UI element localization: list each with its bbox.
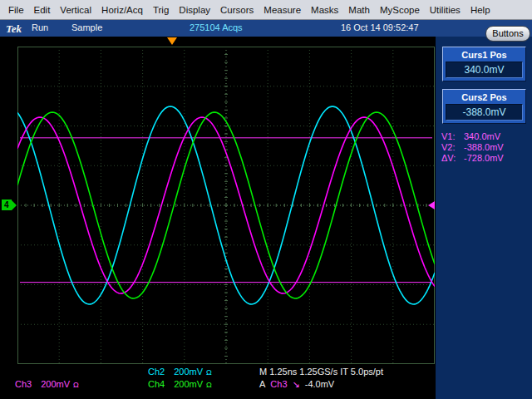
status-bar: Tek Run Sample 275104 Acqs 16 Oct 14 09:… [0, 20, 532, 37]
cursor-voltage-readout: V1:340.0mV V2:-388.0mV ΔV:-728.0mV [441, 131, 532, 164]
ch4-readout[interactable]: Ch4200mVΩ [148, 379, 212, 389]
ch3-readout[interactable]: Ch3200mVΩ [15, 379, 79, 389]
menu-cursors[interactable]: Cursors [215, 2, 259, 17]
acq-count: 275104 Acqs [190, 22, 243, 32]
timebase-readout[interactable]: M 1.25ns 1.25GS/s IT 5.0ps/pt [259, 367, 383, 377]
waveform-graticule [17, 47, 435, 364]
falling-slope-icon: ↘ [293, 379, 300, 389]
acq-mode-status: Sample [71, 22, 102, 32]
coupling-icon: Ω [206, 368, 212, 377]
tek-logo: Tek [6, 22, 22, 36]
curs2-pos-control[interactable]: Curs2 Pos -388.0mV [442, 89, 526, 124]
trigger-readout[interactable]: ACh3↘-4.0mV [259, 379, 334, 390]
control-sidebar: Curs1 Pos 340.0mV Curs2 Pos -388.0mV V1:… [436, 37, 532, 399]
curs1-pos-label: Curs1 Pos [443, 47, 525, 62]
curs2-pos-label: Curs2 Pos [443, 90, 525, 104]
ch2-readout[interactable]: Ch2200mVΩ [148, 367, 212, 377]
trigger-level-marker[interactable] [428, 201, 435, 209]
curs1-pos-control[interactable]: Curs1 Pos 340.0mV [442, 47, 526, 81]
menu-horiz-acq[interactable]: Horiz/Acq [96, 2, 148, 17]
menu-display[interactable]: Display [174, 2, 215, 17]
buttons-button[interactable]: Buttons [485, 26, 530, 42]
menu-bar: File Edit Vertical Horiz/Acq Trig Displa… [0, 0, 532, 20]
menu-trig[interactable]: Trig [148, 2, 174, 17]
trigger-position-marker[interactable] [167, 37, 177, 45]
menu-myscope[interactable]: MyScope [375, 2, 425, 17]
menu-vertical[interactable]: Vertical [55, 2, 96, 17]
menu-math[interactable]: Math [343, 2, 375, 17]
v1-value: 340.0mV [464, 131, 500, 142]
menu-file[interactable]: File [3, 2, 29, 17]
coupling-icon: Ω [206, 381, 212, 389]
right-arrow-icon [12, 200, 17, 210]
dv-value: -728.0mV [464, 153, 504, 164]
datetime: 16 Oct 14 09:52:47 [341, 22, 419, 32]
display-area: 4 Ch2200mVΩ M 1.25ns 1.25GS/s IT 5.0ps/p… [0, 37, 436, 399]
menu-edit[interactable]: Edit [29, 2, 56, 17]
v2-value: -388.0mV [464, 142, 504, 153]
oscilloscope-app: File Edit Vertical Horiz/Acq Trig Displa… [0, 0, 532, 399]
curs1-pos-value[interactable]: 340.0mV [446, 62, 523, 78]
menu-help[interactable]: Help [466, 2, 495, 17]
menu-masks[interactable]: Masks [306, 2, 343, 17]
curs2-pos-value[interactable]: -388.0mV [446, 104, 523, 121]
menu-measure[interactable]: Measure [259, 2, 306, 17]
coupling-icon: Ω [73, 381, 79, 389]
run-status: Run [32, 22, 48, 32]
ch4-ground-marker[interactable]: 4 [2, 200, 17, 210]
menu-utilities[interactable]: Utilities [425, 2, 466, 17]
